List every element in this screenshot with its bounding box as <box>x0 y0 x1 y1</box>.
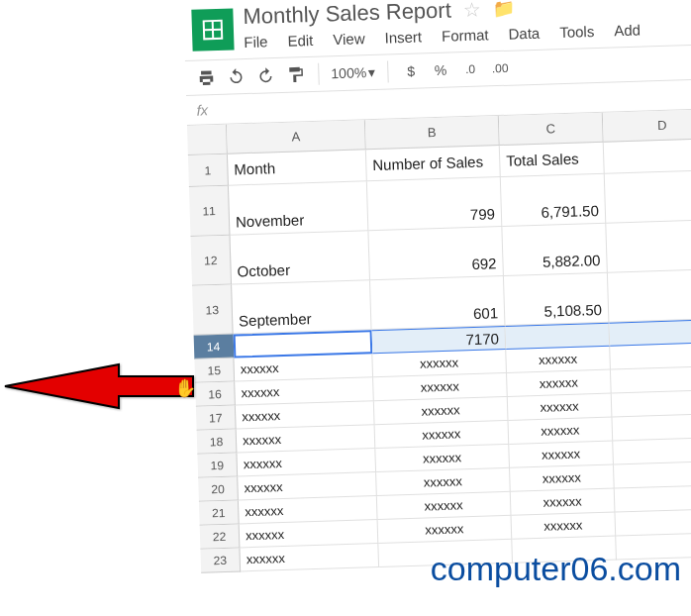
separator <box>318 63 320 85</box>
row-header[interactable]: 17 <box>196 406 237 431</box>
cell[interactable]: xxxxxx <box>509 442 614 468</box>
cell[interactable]: 799 <box>367 177 503 231</box>
svg-marker-3 <box>5 364 193 408</box>
cell[interactable]: 6,791.50 <box>501 174 607 227</box>
menu-addons[interactable]: Add <box>614 22 641 40</box>
cell[interactable] <box>616 533 691 561</box>
cell[interactable] <box>606 220 691 273</box>
cell[interactable] <box>613 438 691 465</box>
cell[interactable]: xxxxxx <box>507 370 612 397</box>
sheets-icon <box>201 18 226 43</box>
menu-insert[interactable]: Insert <box>384 28 422 46</box>
cell[interactable]: November <box>229 181 369 235</box>
cell[interactable]: xxxxxx <box>506 347 611 373</box>
redo-icon[interactable] <box>254 64 277 87</box>
cell[interactable] <box>615 485 691 513</box>
cell[interactable]: xxxxxx <box>240 544 379 571</box>
cell[interactable] <box>378 540 513 567</box>
cell[interactable]: Number of Sales <box>366 146 501 181</box>
cell[interactable]: xxxxxx <box>512 513 617 540</box>
row-header[interactable]: 1 <box>188 154 229 187</box>
row-header[interactable]: 22 <box>200 524 241 549</box>
menu-format[interactable]: Format <box>442 26 489 44</box>
cell[interactable] <box>615 509 691 537</box>
col-header-d[interactable]: D <box>603 109 691 143</box>
cell[interactable]: 5,882.00 <box>502 224 608 276</box>
row-header[interactable]: 23 <box>200 548 241 572</box>
separator <box>387 61 389 83</box>
paint-format-icon[interactable] <box>284 63 307 86</box>
col-header-a[interactable]: A <box>227 120 366 154</box>
undo-icon[interactable] <box>225 65 247 88</box>
app-window: Monthly Sales Report ☆ 📁 File Edit View … <box>183 0 691 573</box>
col-header-c[interactable]: C <box>499 113 604 146</box>
zoom-value: 100% <box>331 64 366 81</box>
cell[interactable] <box>505 323 610 350</box>
row-header[interactable]: 13 <box>192 285 234 336</box>
cell[interactable] <box>512 537 617 564</box>
menu-file[interactable]: File <box>244 33 268 51</box>
cell[interactable] <box>611 366 691 394</box>
sheets-logo[interactable] <box>191 8 234 51</box>
percent-button[interactable]: % <box>430 59 452 82</box>
cell[interactable]: October <box>230 231 370 284</box>
menu-data[interactable]: Data <box>508 25 540 43</box>
menu-edit[interactable]: Edit <box>287 32 313 50</box>
cell[interactable]: Total Sales <box>500 143 605 177</box>
cell[interactable] <box>605 170 691 224</box>
cell[interactable]: xxxxxx <box>509 418 614 445</box>
cell[interactable]: 5,108.50 <box>504 273 610 326</box>
row-header[interactable]: 16 <box>195 382 236 407</box>
cell[interactable]: xxxxxx <box>510 465 615 492</box>
currency-button[interactable]: $ <box>400 59 423 82</box>
doc-title[interactable]: Monthly Sales Report <box>243 0 451 30</box>
increase-decimal-button[interactable]: .00 <box>489 57 512 80</box>
cell[interactable]: xxxxxx <box>508 394 613 421</box>
cell[interactable] <box>608 269 691 323</box>
row-header[interactable]: 20 <box>198 477 239 502</box>
cell[interactable]: September <box>232 280 372 334</box>
print-icon[interactable] <box>195 66 218 89</box>
fx-label: fx <box>196 101 208 118</box>
cell[interactable]: 601 <box>370 276 506 330</box>
cell[interactable] <box>612 414 691 442</box>
cell[interactable]: xxxxxx <box>511 489 616 516</box>
cell[interactable]: 692 <box>368 227 504 280</box>
row-header[interactable]: 11 <box>189 186 231 237</box>
select-all-corner[interactable] <box>187 125 228 155</box>
col-header-b[interactable]: B <box>365 116 500 150</box>
row-header[interactable]: 14 <box>194 335 235 359</box>
grab-cursor-icon: ✋ <box>174 377 196 399</box>
row-header[interactable]: 18 <box>197 430 238 455</box>
cell[interactable] <box>614 462 691 489</box>
svg-line-2 <box>213 21 214 39</box>
spreadsheet-grid: 111121314151617181920212223 A B C D Mont… <box>187 108 691 572</box>
folder-icon[interactable]: 📁 <box>492 0 515 20</box>
menu-view[interactable]: View <box>333 30 365 48</box>
cell[interactable] <box>609 319 691 347</box>
row-header[interactable]: 15 <box>194 359 235 383</box>
menu-tools[interactable]: Tools <box>559 23 595 41</box>
cell[interactable] <box>612 390 691 418</box>
zoom-dropdown[interactable]: 100% ▾ <box>331 64 375 81</box>
row-header[interactable]: 21 <box>199 500 240 525</box>
decrease-decimal-button[interactable]: .0 <box>459 58 482 81</box>
chevron-down-icon: ▾ <box>368 64 375 80</box>
star-icon[interactable]: ☆ <box>462 0 481 22</box>
row-header[interactable]: 19 <box>197 454 238 478</box>
row-header[interactable]: 12 <box>191 236 233 286</box>
cell[interactable] <box>610 343 691 370</box>
cell[interactable]: Month <box>228 150 367 185</box>
cell[interactable] <box>604 139 691 174</box>
annotation-arrow <box>0 347 198 426</box>
